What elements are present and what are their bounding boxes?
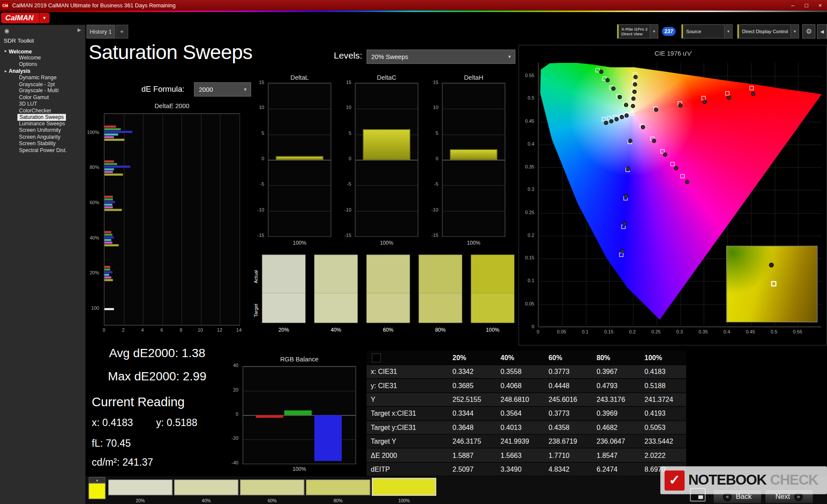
sidebar-item-options[interactable]: Options [0, 61, 85, 68]
rgb-balance-y-axis: 40200-20-40 [221, 366, 240, 464]
cell-value: 241.9939 [494, 435, 542, 448]
de-formula-dropdown[interactable]: 2000 ▼ [194, 82, 251, 96]
deltac-chart-title: DeltaC [355, 74, 418, 81]
sidebar-section-analysis[interactable]: ▸Analysis [0, 68, 85, 74]
cell-value: 0.4448 [542, 379, 590, 393]
de-bar-green [104, 269, 110, 271]
gridline [442, 160, 504, 160]
chevron-down-icon[interactable]: ▼ [504, 54, 515, 59]
de-bar-green [104, 163, 117, 165]
cell-value: 1.5663 [494, 448, 542, 462]
panel-collapse-button[interactable]: ◀ [817, 24, 827, 38]
legend-box-icon[interactable] [372, 353, 381, 362]
workflow-dot-icon[interactable]: ◉ [4, 28, 9, 34]
sidebar-item-grayscale-multi[interactable]: Grayscale - Multi [0, 87, 85, 94]
swatch-target-half [262, 293, 305, 323]
deltah-chart-plot [442, 83, 505, 237]
gridline [243, 464, 355, 464]
sidebar-item-3d-lut[interactable]: 3D LUT [0, 101, 85, 107]
de-bar-cyan [104, 168, 114, 171]
swatch-level-label: 100% [470, 327, 515, 333]
y-tick-label: 0.25 [525, 210, 534, 215]
de-bar-green [104, 198, 113, 200]
y-tick-label: 15 [259, 80, 264, 85]
source-dropdown[interactable]: Source ▼ [681, 24, 733, 38]
window-title: CalMAN 2019 CalMAN Ultimate for Business… [12, 2, 786, 9]
chevron-down-icon[interactable]: ▼ [650, 25, 658, 38]
cie-x-axis: 00.050.10.150.20.250.30.350.40.450.50.55 [538, 329, 821, 336]
sidebar-item-saturation-sweeps[interactable]: Saturation Sweeps [17, 114, 66, 120]
cie-measured-marker-yellow [632, 90, 637, 94]
de-bar-yellow [104, 279, 113, 281]
deltae-chart-title: DeltaE 2000 [104, 103, 240, 110]
display-control-dropdown[interactable]: Direct Display Control ▼ [737, 24, 799, 38]
maximize-button[interactable]: □ [799, 0, 813, 10]
swatch-actual-half [471, 255, 514, 293]
deltae-chart-plot [104, 113, 240, 325]
notebookcheck-logo-icon: ✓ [665, 470, 685, 491]
patch-thumb-40[interactable] [174, 479, 238, 495]
meter-dropdown[interactable]: X-Rite i1Pro 2 Direct View ▼ [617, 24, 659, 38]
chevron-down-icon[interactable]: ▼ [791, 25, 799, 38]
cell-value: 241.3724 [638, 393, 686, 407]
settings-gear-button[interactable]: ⚙ [802, 24, 815, 38]
gridline [124, 114, 124, 325]
y-tick-label: 15 [433, 80, 438, 85]
de-bar-blue [104, 166, 130, 168]
calman-logo-text: CalMAN [1, 12, 39, 23]
cell-value: 0.3773 [542, 365, 590, 379]
sidebar-item-welcome[interactable]: Welcome [0, 55, 85, 61]
swatch-60 [366, 254, 410, 323]
de-bar-cyan [104, 133, 118, 135]
logo-dropdown-arrow-icon[interactable]: ▼ [39, 12, 49, 23]
cie-measured-marker-cyan [619, 115, 624, 119]
sidebar-item-color-gamut[interactable]: Color Gamut [0, 94, 85, 101]
cie-measured-marker-green [605, 78, 609, 82]
patch-nav-up-button[interactable]: ▲ [89, 477, 106, 482]
patch-thumb-20[interactable] [108, 479, 172, 495]
levels-dropdown[interactable]: 20% Sweeps ▼ [367, 50, 515, 64]
cie-measured-marker-magenta [685, 180, 690, 184]
gridline [442, 211, 504, 211]
tab-add-button[interactable]: + [115, 25, 128, 39]
swatch-level-label: 80% [418, 327, 463, 333]
deltah-chart-title: DeltaH [442, 74, 505, 81]
cell-value: 0.4013 [494, 421, 542, 435]
de-bar-blue [104, 131, 132, 133]
x-tick-label: 0.3 [672, 329, 687, 334]
de-bar-red [104, 196, 113, 198]
y-tick-label: 60% [90, 200, 99, 205]
sidebar-item-grayscale-2pt[interactable]: Grayscale - 2pt [0, 81, 85, 87]
de-bar-blue [104, 201, 115, 203]
y-tick-label: -15 [345, 233, 351, 238]
minimize-button[interactable]: – [786, 0, 800, 10]
sidebar-item-dynamic-range[interactable]: Dynamic Range [0, 75, 85, 81]
chevron-down-icon[interactable]: ▼ [724, 25, 732, 38]
close-button[interactable]: × [813, 0, 827, 10]
calman-logo-button[interactable]: CalMAN ▼ [1, 12, 49, 23]
cie-target-marker-red [749, 86, 754, 90]
table-header-row: 20%40%60%80%100% [367, 351, 686, 365]
table-row-y-cie31: y: CIE310.36850.40680.44480.47930.5188 [367, 379, 686, 393]
y-tick-label: 15 [346, 80, 351, 85]
deltal-chart-plot [268, 83, 331, 237]
sidebar-section-welcome[interactable]: ▸Welcome [0, 48, 85, 54]
y-tick-label: -10 [258, 207, 264, 212]
swatch-20 [261, 254, 306, 323]
patch-thumb-80[interactable] [306, 479, 370, 495]
y-tick-label: -15 [258, 233, 264, 238]
gridline [268, 236, 330, 237]
gridline [162, 114, 163, 325]
x-tick-label: 0.4 [719, 329, 735, 334]
gridline [442, 134, 504, 135]
current-reading-heading: Current Reading [92, 395, 185, 409]
sidebar-collapse-icon[interactable]: ▶ [78, 28, 81, 33]
tab-history-1[interactable]: History 1 [87, 25, 115, 39]
cell-value: 0.3648 [446, 421, 494, 435]
patch-thumb-60[interactable] [240, 479, 304, 495]
swatch-actual-half [262, 255, 305, 293]
cie-measured-marker-cyan [609, 119, 613, 123]
patch-thumb-100[interactable] [372, 478, 436, 496]
cell-value: 3.3490 [494, 463, 542, 476]
sidebar-item-colorchecker[interactable]: ColorChecker [0, 107, 85, 114]
